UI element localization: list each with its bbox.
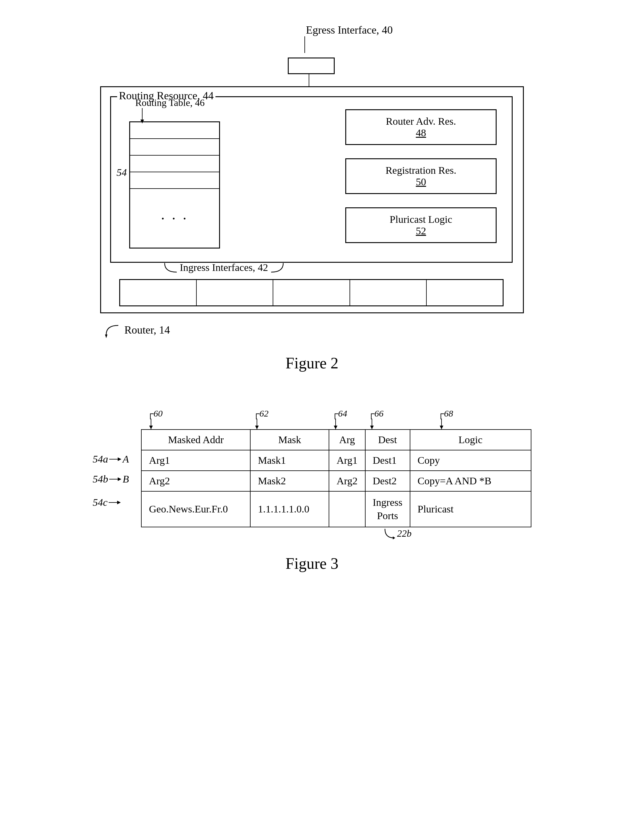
routing-table-label: Routing Table, 46 xyxy=(135,97,205,108)
col-header-66: ┌66 xyxy=(365,408,407,429)
figure3-caption: Figure 3 xyxy=(286,555,339,572)
router-label-wrapper: Router, 14 xyxy=(100,322,170,337)
th-mask: Mask xyxy=(250,430,329,450)
routing-table-arrow xyxy=(142,108,142,123)
egress-box xyxy=(288,57,335,74)
row-labels: 54a A 54b B 54c xyxy=(93,429,141,527)
col-header-68: ┌68 xyxy=(407,408,534,429)
egress-interface-label: Egress Interface, 40 xyxy=(306,23,393,36)
td-row2-col3: IngressPorts xyxy=(365,491,410,527)
routing-table-box: · · · xyxy=(129,121,220,249)
ingress-port-2 xyxy=(197,280,273,305)
td-row1-col1: Mask2 xyxy=(250,471,329,491)
col-header-60: ┌60 xyxy=(138,408,247,429)
fig3-table-wrapper: 54a A 54b B 54c xyxy=(93,429,531,527)
label-22b-wrapper: 22b xyxy=(379,527,412,540)
table-row: Geo.News.Eur.Fr.0 1.1.1.1.1.0.0 IngressP… xyxy=(141,491,531,527)
router-outer-box: Routing Resource, 44 Routing Table, 46 xyxy=(100,86,524,313)
router-label: Router, 14 xyxy=(124,323,170,336)
ingress-port-1 xyxy=(120,280,197,305)
egress-connector xyxy=(309,74,309,86)
routing-resource-box: Routing Resource, 44 Routing Table, 46 xyxy=(110,96,513,263)
td-row0-col0: Arg1 xyxy=(141,450,250,471)
routing-table: Masked Addr Mask Arg Dest Logic Arg1 Mas… xyxy=(141,429,531,527)
figure2-container: Egress Interface, 40 Routing Resource, 4… xyxy=(24,18,600,372)
table-row: Arg1 Mask1 Arg1 Dest1 Copy xyxy=(141,450,531,471)
td-row0-col2: Arg1 xyxy=(329,450,365,471)
figure2-caption: Figure 2 xyxy=(286,354,339,372)
td-row0-col1: Mask1 xyxy=(250,450,329,471)
td-row1-col4: Copy=A AND *B xyxy=(410,471,531,491)
fig2-diagram: Egress Interface, 40 Routing Resource, 4… xyxy=(70,18,554,336)
ingress-port-4 xyxy=(350,280,427,305)
registration-box: Registration Res. 50 xyxy=(345,158,497,194)
svg-marker-0 xyxy=(105,334,107,338)
figure3-container: ┌60 ┌62 ┌64 ┌66 xyxy=(24,408,600,572)
label-22b: 22b xyxy=(397,528,412,539)
td-row2-col4: Pluricast xyxy=(410,491,531,527)
td-row2-col2 xyxy=(329,491,365,527)
ingress-port-3 xyxy=(273,280,350,305)
td-row1-col3: Dest2 xyxy=(365,471,410,491)
row-label-54a: 54a A xyxy=(93,449,141,469)
th-arg: Arg xyxy=(329,430,365,450)
th-logic: Logic xyxy=(410,430,531,450)
th-dest: Dest xyxy=(365,430,410,450)
td-row2-col1: 1.1.1.1.1.0.0 xyxy=(250,491,329,527)
col-header-62: ┌62 xyxy=(247,408,329,429)
ingress-port-5 xyxy=(427,280,503,305)
td-row1-col2: Arg2 xyxy=(329,471,365,491)
row-label-54b: 54b B xyxy=(93,469,141,489)
td-row0-col3: Dest1 xyxy=(365,450,410,471)
routing-table-wrapper: Routing Table, 46 · · · xyxy=(129,121,220,249)
td-row0-col4: Copy xyxy=(410,450,531,471)
td-row1-col0: Arg2 xyxy=(141,471,250,491)
right-resource-boxes: Router Adv. Res. 48 Registration Res. 50… xyxy=(345,109,497,243)
table-row: Arg2 Mask2 Arg2 Dest2 Copy=A AND *B xyxy=(141,471,531,491)
ingress-ports-row xyxy=(119,279,504,306)
row-label-54c: 54c xyxy=(93,489,141,516)
svg-marker-1 xyxy=(393,537,395,540)
ingress-interfaces-label-wrapper: Ingress Interfaces, 42 xyxy=(162,261,286,274)
th-masked-addr: Masked Addr xyxy=(141,430,250,450)
label-54: 54 xyxy=(116,167,127,178)
td-row2-col0: Geo.News.Eur.Fr.0 xyxy=(141,491,250,527)
col-numbers-row: ┌60 ┌62 ┌64 ┌66 xyxy=(138,408,534,429)
ingress-interfaces-label: Ingress Interfaces, 42 xyxy=(180,262,268,273)
router-adv-box: Router Adv. Res. 48 xyxy=(345,109,497,145)
col-header-64: ┌64 xyxy=(329,408,365,429)
rt-dots: · · · xyxy=(130,189,219,248)
pluricast-logic-box: Pluricast Logic 52 xyxy=(345,207,497,243)
